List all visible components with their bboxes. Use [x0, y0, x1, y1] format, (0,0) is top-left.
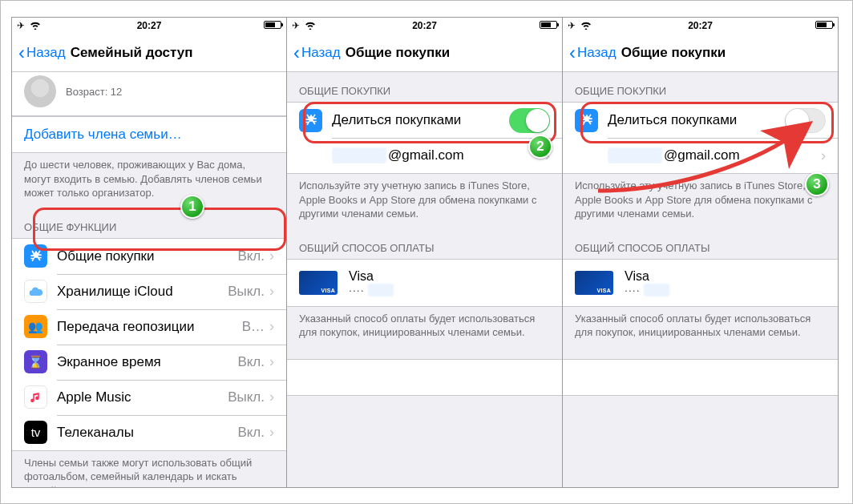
airplane-icon: ✈	[568, 20, 576, 31]
wifi-icon	[30, 21, 41, 30]
appstore-icon	[24, 244, 47, 268]
email-blur: xxxxxxxx	[608, 147, 662, 163]
share-purchases-toggle[interactable]	[785, 108, 826, 133]
row-tv-channels[interactable]: tv Телеканалы Вкл. ›	[12, 415, 286, 450]
row-location-sharing[interactable]: 👥 Передача геопозиции В… ›	[12, 309, 286, 345]
music-icon	[24, 385, 47, 409]
status-bar: ✈ 20:27	[287, 18, 562, 34]
account-footer: Используйте эту учетную запись в iTunes …	[287, 174, 562, 229]
step-badge-1: 1	[180, 195, 204, 219]
status-bar: ✈ 20:27	[12, 18, 286, 34]
status-time: 20:27	[137, 20, 162, 31]
row-account-email[interactable]: xxxxxxxx@gmail.com ›	[563, 138, 838, 173]
chevron-right-icon: ›	[269, 248, 274, 264]
nav-bar: ‹ Назад Общие покупки	[563, 34, 838, 72]
back-label: Назад	[301, 45, 341, 61]
bottom-footer: Члены семьи также могут использовать общ…	[12, 451, 286, 487]
email-blur: xxxxxxxx	[332, 147, 386, 163]
battery-icon	[540, 21, 557, 29]
card-brand: Visa	[349, 269, 395, 284]
wifi-icon	[580, 21, 592, 30]
chevron-right-icon: ›	[269, 353, 274, 370]
chevron-right-icon: ›	[269, 389, 274, 405]
appstore-icon	[575, 109, 598, 132]
nav-bar: ‹ Назад Семейный доступ	[12, 34, 286, 72]
chevron-right-icon: ›	[269, 283, 274, 300]
payment-method-header: ОБЩИЙ СПОСОБ ОПЛАТЫ	[287, 229, 562, 259]
family-member-row[interactable]: Возраст: 12	[12, 72, 286, 116]
chevron-left-icon: ‹	[569, 43, 576, 62]
phone-screen-3: ✈ 20:27 ‹ Назад Общие покупки ОБЩИЕ ПОКУ…	[563, 17, 839, 488]
payment-footer: Указанный способ оплаты будет использова…	[563, 307, 838, 348]
back-button[interactable]: ‹ Назад	[293, 43, 341, 62]
phone-screen-2: ✈ 20:27 ‹ Назад Общие покупки ОБЩИЕ ПОКУ…	[287, 17, 563, 488]
share-purchases-toggle[interactable]	[509, 108, 550, 133]
shared-functions-header: ОБЩИЕ ФУНКЦИИ	[12, 208, 286, 238]
row-apple-music[interactable]: Apple Music Выкл. ›	[12, 380, 286, 415]
payment-method-header: ОБЩИЙ СПОСОБ ОПЛАТЫ	[563, 229, 838, 259]
back-label: Назад	[26, 45, 66, 61]
card-last-digits: ···· xxxx	[625, 284, 671, 296]
shared-purchases-header: ОБЩИЕ ПОКУПКИ	[563, 72, 838, 102]
back-button[interactable]: ‹ Назад	[569, 43, 617, 62]
chevron-left-icon: ‹	[293, 43, 300, 62]
hourglass-icon: ⌛	[24, 350, 47, 373]
avatar-icon	[24, 75, 56, 107]
battery-icon	[815, 21, 833, 29]
account-footer: Используйте эту учетную запись в iTunes …	[563, 174, 838, 229]
family-limit-footer: До шести человек, проживающих у Вас дома…	[12, 153, 286, 208]
chevron-right-icon: ›	[821, 147, 826, 164]
back-button[interactable]: ‹ Назад	[18, 43, 66, 62]
member-age: Возраст: 12	[66, 86, 122, 98]
battery-icon	[264, 21, 281, 29]
nav-bar: ‹ Назад Общие покупки	[287, 34, 562, 72]
close-sharing-button[interactable]: Закрыть общий доступ	[563, 360, 838, 395]
status-bar: ✈ 20:27	[563, 18, 838, 34]
row-payment-card[interactable]: Visa ···· xxxx	[287, 260, 562, 306]
nav-title: Общие покупки	[346, 45, 451, 61]
row-icloud-storage[interactable]: Хранилище iCloud Выкл. ›	[12, 274, 286, 309]
row-screen-time[interactable]: ⌛ Экранное время Вкл. ›	[12, 345, 286, 380]
status-time: 20:27	[412, 20, 437, 31]
card-icon	[299, 271, 338, 295]
shared-purchases-header: ОБЩИЕ ПОКУПКИ	[287, 72, 562, 102]
row-share-purchases: Делиться покупками	[563, 103, 838, 138]
icloud-icon	[24, 280, 47, 303]
nav-title: Семейный доступ	[71, 45, 193, 61]
nav-title: Общие покупки	[621, 45, 726, 61]
card-icon	[575, 271, 613, 295]
appstore-icon	[299, 109, 322, 132]
row-account-email[interactable]: xxxxxxxx@gmail.com ›	[287, 138, 562, 173]
row-shared-purchases[interactable]: Общие покупки Вкл. ›	[12, 239, 286, 274]
card-last-digits: ···· xxxx	[349, 284, 395, 296]
add-member-link[interactable]: Добавить члена семьи…	[12, 117, 286, 152]
location-icon: 👥	[24, 315, 47, 338]
chevron-right-icon: ›	[269, 424, 274, 441]
back-label: Назад	[577, 45, 617, 61]
status-time: 20:27	[688, 20, 713, 31]
chevron-left-icon: ‹	[18, 43, 25, 62]
payment-footer: Указанный способ оплаты будет использова…	[287, 307, 562, 348]
row-share-purchases: Делиться покупками	[287, 103, 562, 138]
step-badge-2: 2	[528, 135, 552, 159]
phone-screen-1: ✈ 20:27 ‹ Назад Семейный доступ Возраст:…	[11, 17, 287, 488]
card-brand: Visa	[625, 269, 671, 284]
airplane-icon: ✈	[17, 20, 25, 31]
row-payment-card[interactable]: Visa ···· xxxx	[563, 260, 838, 306]
step-badge-3: 3	[805, 172, 829, 196]
tv-icon: tv	[24, 421, 47, 444]
chevron-right-icon: ›	[269, 318, 274, 335]
airplane-icon: ✈	[292, 20, 300, 31]
close-sharing-button[interactable]: Закрыть общий доступ	[287, 360, 562, 395]
wifi-icon	[305, 21, 316, 30]
